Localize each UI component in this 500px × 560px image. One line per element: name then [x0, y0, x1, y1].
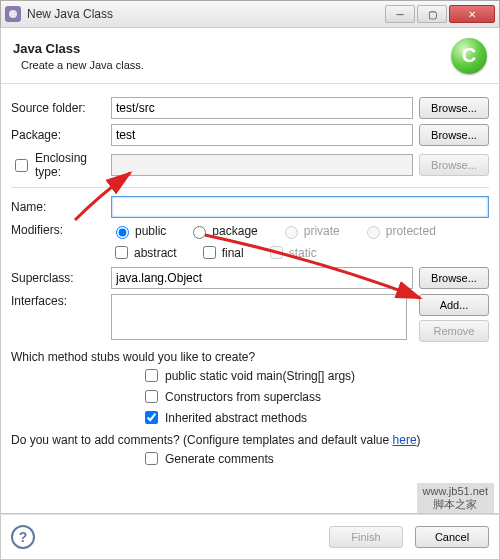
- enclosing-type-input: [111, 154, 413, 176]
- modifier-private-radio: [285, 226, 298, 239]
- source-folder-browse-button[interactable]: Browse...: [419, 97, 489, 119]
- enclosing-browse-button: Browse...: [419, 154, 489, 176]
- interfaces-remove-button: Remove: [419, 320, 489, 342]
- source-folder-label: Source folder:: [11, 101, 111, 115]
- help-icon[interactable]: ?: [11, 525, 35, 549]
- comments-question: Do you want to add comments? (Configure …: [11, 433, 489, 447]
- generate-comments-checkbox[interactable]: [145, 452, 158, 465]
- interfaces-add-button[interactable]: Add...: [419, 294, 489, 316]
- superclass-label: Superclass:: [11, 271, 111, 285]
- banner: Java Class Create a new Java class. C: [0, 28, 500, 84]
- modifier-protected-radio: [367, 226, 380, 239]
- stub-inherited-checkbox[interactable]: [145, 411, 158, 424]
- interfaces-label: Interfaces:: [11, 294, 111, 308]
- stubs-question: Which method stubs would you like to cre…: [11, 350, 489, 364]
- superclass-browse-button[interactable]: Browse...: [419, 267, 489, 289]
- window-title: New Java Class: [27, 7, 383, 21]
- modifier-static-checkbox: [270, 246, 283, 259]
- configure-here-link[interactable]: here: [393, 433, 417, 447]
- modifier-abstract-checkbox[interactable]: [115, 246, 128, 259]
- name-label: Name:: [11, 200, 111, 214]
- modifiers-label: Modifiers:: [11, 223, 111, 237]
- finish-button: Finish: [329, 526, 403, 548]
- enclosing-type-checkbox[interactable]: [15, 159, 28, 172]
- stub-main-checkbox[interactable]: [145, 369, 158, 382]
- class-icon: C: [451, 38, 487, 74]
- watermark: www.jb51.net 脚本之家: [417, 483, 494, 514]
- modifier-package-radio[interactable]: [193, 226, 206, 239]
- minimize-button[interactable]: ─: [385, 5, 415, 23]
- eclipse-icon: [5, 6, 21, 22]
- package-label: Package:: [11, 128, 111, 142]
- banner-heading: Java Class: [13, 41, 144, 56]
- package-browse-button[interactable]: Browse...: [419, 124, 489, 146]
- modifier-final-checkbox[interactable]: [203, 246, 216, 259]
- modifier-public-radio[interactable]: [116, 226, 129, 239]
- stub-constructors-checkbox[interactable]: [145, 390, 158, 403]
- close-button[interactable]: ✕: [449, 5, 495, 23]
- cancel-button[interactable]: Cancel: [415, 526, 489, 548]
- content-area: Source folder: Browse... Package: Browse…: [0, 84, 500, 514]
- package-input[interactable]: [111, 124, 413, 146]
- maximize-button[interactable]: ▢: [417, 5, 447, 23]
- interfaces-list[interactable]: [111, 294, 407, 340]
- footer: ? Finish Cancel: [0, 514, 500, 560]
- source-folder-input[interactable]: [111, 97, 413, 119]
- name-input[interactable]: [111, 196, 489, 218]
- enclosing-type-label: Enclosing type:: [35, 151, 111, 179]
- banner-desc: Create a new Java class.: [13, 59, 144, 71]
- svg-point-0: [9, 10, 17, 18]
- titlebar: New Java Class ─ ▢ ✕: [0, 0, 500, 28]
- superclass-input[interactable]: [111, 267, 413, 289]
